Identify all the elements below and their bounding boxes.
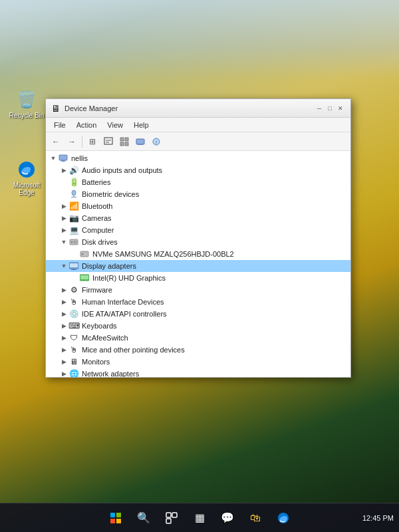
toolbar-separator-1 — [82, 136, 82, 148]
tree-item[interactable]: ▶ 💿 IDE ATA/ATAPI controllers — [46, 308, 350, 320]
tree-item[interactable]: ▶ 🔊 Audio inputs and outputs — [46, 164, 350, 176]
store-button[interactable]: 🛍 — [243, 506, 267, 530]
tree-item[interactable]: ▶ 📶 Bluetooth — [46, 200, 350, 212]
maximize-button[interactable]: □ — [325, 104, 334, 113]
tree-item[interactable]: ▶ 🌐 Network adapters — [46, 368, 350, 377]
widgets-button[interactable]: ▦ — [188, 506, 211, 530]
svg-point-16 — [72, 190, 76, 196]
tree-item-uhd-graphics[interactable]: Intel(R) UHD Graphics — [46, 272, 350, 284]
taskbar: 🔍 ▦ 💬 🛍 12:45 PM — [0, 503, 399, 532]
edge-taskbar-button[interactable] — [271, 506, 295, 530]
tree-item[interactable]: ▶ 📷 Cameras — [46, 212, 350, 224]
tree-item[interactable]: ▶ 💻 Computer — [46, 224, 350, 236]
window-controls: ─ □ ✕ — [315, 104, 345, 113]
menubar: File Action View Help — [46, 118, 350, 132]
tree-item[interactable]: ▶ 🖱 Human Interface Devices — [46, 296, 350, 308]
svg-rect-7 — [125, 142, 128, 146]
tree-item[interactable]: ▶ 🛡 McAfeeSwitch — [46, 332, 350, 344]
svg-rect-33 — [172, 513, 177, 517]
taskbar-right: 12:45 PM — [362, 514, 394, 522]
svg-rect-34 — [166, 519, 171, 523]
toolbar-btn-3[interactable] — [117, 134, 132, 149]
toolbar-btn-5[interactable]: i — [149, 134, 164, 149]
svg-rect-6 — [120, 142, 124, 146]
forward-button[interactable]: → — [65, 134, 79, 149]
close-button[interactable]: ✕ — [336, 104, 345, 113]
svg-rect-31 — [116, 519, 121, 523]
svg-point-18 — [71, 241, 73, 243]
menu-action[interactable]: Action — [71, 120, 102, 130]
window-title: Device Manager — [65, 104, 311, 112]
svg-rect-5 — [125, 138, 128, 141]
svg-rect-4 — [120, 138, 124, 141]
menu-file[interactable]: File — [49, 120, 71, 130]
edge-label: Microsoft Edge — [8, 182, 45, 196]
tree-content[interactable]: ▼ nellis ▶ 🔊 Audio inputs and outputs 🔋 … — [46, 151, 350, 377]
start-button[interactable] — [104, 506, 128, 530]
svg-rect-8 — [136, 139, 144, 144]
svg-rect-19 — [74, 241, 76, 243]
svg-rect-1 — [104, 138, 112, 144]
tree-item[interactable]: ▶ 🖥 Monitors — [46, 356, 350, 368]
device-manager-window: 🖥 Device Manager ─ □ ✕ File Action View … — [45, 98, 351, 378]
window-title-icon: 🖥 — [51, 103, 61, 114]
tree-item[interactable]: Biometric devices — [46, 188, 350, 200]
teams-button[interactable]: 💬 — [215, 506, 239, 530]
desktop: 🗑️ Recycle Bin Microsoft Edge 🖥 Device M… — [0, 0, 399, 532]
toolbar: ← → ⊞ i — [46, 132, 350, 151]
computer-icon — [58, 153, 68, 164]
taskbar-time: 12:45 PM — [362, 514, 394, 522]
svg-rect-27 — [80, 275, 88, 279]
svg-point-21 — [82, 253, 84, 255]
tree-root[interactable]: ▼ nellis — [46, 152, 350, 164]
svg-rect-13 — [59, 155, 67, 160]
tree-item[interactable]: NVMe SAMSUNG MZALQ256HBJD-00BL2 — [46, 248, 350, 260]
tree-item-display-adapters[interactable]: ▼ Display adapters — [46, 260, 350, 272]
svg-rect-28 — [110, 513, 115, 517]
microsoft-edge-icon[interactable]: Microsoft Edge — [5, 156, 48, 199]
toolbar-btn-1[interactable]: ⊞ — [85, 134, 100, 149]
menu-help[interactable]: Help — [128, 120, 154, 130]
window-titlebar: 🖥 Device Manager ─ □ ✕ — [46, 99, 350, 118]
root-label: nellis — [71, 154, 88, 162]
search-button[interactable]: 🔍 — [132, 506, 156, 530]
tree-item[interactable]: ▶ ⌨ Keyboards — [46, 320, 350, 332]
menu-view[interactable]: View — [102, 120, 128, 130]
svg-rect-29 — [116, 513, 121, 517]
svg-rect-32 — [166, 513, 171, 517]
toolbar-btn-4[interactable] — [133, 134, 148, 149]
recycle-bin-label: Recycle Bin — [9, 112, 45, 119]
tree-item[interactable]: ▶ ⚙ Firmware — [46, 284, 350, 296]
task-view-button[interactable] — [160, 506, 184, 530]
recycle-bin-icon[interactable]: 🗑️ Recycle Bin — [5, 86, 48, 122]
tree-item[interactable]: 🔋 Batteries — [46, 176, 350, 188]
back-button[interactable]: ← — [49, 134, 63, 149]
taskbar-center: 🔍 ▦ 💬 🛍 — [104, 506, 295, 530]
minimize-button[interactable]: ─ — [315, 104, 324, 113]
svg-rect-30 — [110, 519, 115, 523]
toolbar-btn-2[interactable] — [101, 134, 116, 149]
svg-rect-23 — [70, 263, 78, 267]
tree-item[interactable]: ▼ Disk drives — [46, 236, 350, 248]
tree-item[interactable]: ▶ 🖱 Mice and other pointing devices — [46, 344, 350, 356]
